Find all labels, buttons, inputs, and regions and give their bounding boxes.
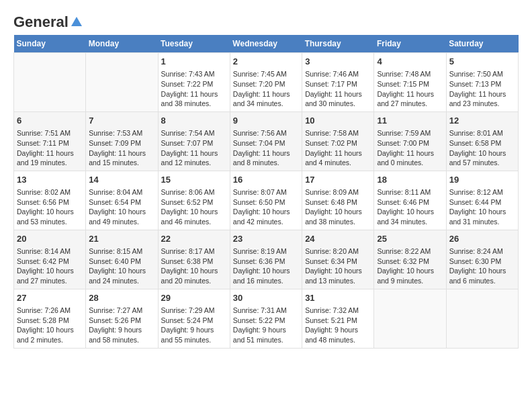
day-info: Sunrise: 8:07 AM Sunset: 6:50 PM Dayligh… <box>233 187 299 227</box>
day-number: 24 <box>305 233 371 245</box>
day-number: 10 <box>305 115 371 127</box>
calendar-cell: 26Sunrise: 8:24 AM Sunset: 6:30 PM Dayli… <box>446 230 518 289</box>
calendar-cell: 3Sunrise: 7:46 AM Sunset: 7:17 PM Daylig… <box>302 53 374 112</box>
calendar-cell: 28Sunrise: 7:27 AM Sunset: 5:26 PM Dayli… <box>86 289 158 348</box>
day-info: Sunrise: 7:58 AM Sunset: 7:02 PM Dayligh… <box>305 128 371 168</box>
day-info: Sunrise: 7:46 AM Sunset: 7:17 PM Dayligh… <box>305 69 371 109</box>
day-info: Sunrise: 7:32 AM Sunset: 5:21 PM Dayligh… <box>305 306 371 345</box>
logo-general: General <box>13 13 69 31</box>
day-number: 17 <box>305 174 371 186</box>
day-info: Sunrise: 7:26 AM Sunset: 5:28 PM Dayligh… <box>17 306 83 345</box>
logo: General <box>13 13 83 28</box>
calendar-cell: 24Sunrise: 8:20 AM Sunset: 6:34 PM Dayli… <box>302 230 374 289</box>
day-info: Sunrise: 7:50 AM Sunset: 7:13 PM Dayligh… <box>449 69 515 109</box>
day-number: 7 <box>89 115 154 127</box>
day-number: 3 <box>305 56 371 68</box>
calendar-body: 1Sunrise: 7:43 AM Sunset: 7:22 PM Daylig… <box>14 53 519 349</box>
day-info: Sunrise: 7:31 AM Sunset: 5:22 PM Dayligh… <box>233 306 299 345</box>
day-number: 5 <box>449 56 515 68</box>
day-info: Sunrise: 8:15 AM Sunset: 6:40 PM Dayligh… <box>89 246 154 286</box>
day-info: Sunrise: 7:27 AM Sunset: 5:26 PM Dayligh… <box>89 306 154 345</box>
day-number: 11 <box>377 115 443 127</box>
day-number: 27 <box>17 292 83 304</box>
calendar-cell: 8Sunrise: 7:54 AM Sunset: 7:07 PM Daylig… <box>158 111 230 171</box>
day-number: 25 <box>377 233 443 245</box>
calendar-cell: 12Sunrise: 8:01 AM Sunset: 6:58 PM Dayli… <box>446 111 518 171</box>
day-number: 29 <box>161 292 227 304</box>
calendar-cell <box>446 289 518 348</box>
calendar-cell: 2Sunrise: 7:45 AM Sunset: 7:20 PM Daylig… <box>230 53 302 112</box>
calendar-cell: 16Sunrise: 8:07 AM Sunset: 6:50 PM Dayli… <box>230 171 302 230</box>
day-number: 18 <box>377 174 443 186</box>
page-header: General <box>13 13 519 28</box>
calendar-cell: 29Sunrise: 7:29 AM Sunset: 5:24 PM Dayli… <box>158 289 230 348</box>
weekday-header-row: SundayMondayTuesdayWednesdayThursdayFrid… <box>14 35 519 53</box>
day-info: Sunrise: 7:53 AM Sunset: 7:09 PM Dayligh… <box>89 128 154 168</box>
calendar-week-4: 20Sunrise: 8:14 AM Sunset: 6:42 PM Dayli… <box>14 230 519 289</box>
day-number: 26 <box>449 233 515 245</box>
calendar-cell: 9Sunrise: 7:56 AM Sunset: 7:04 PM Daylig… <box>230 111 302 171</box>
weekday-saturday: Saturday <box>446 35 518 53</box>
calendar-cell: 10Sunrise: 7:58 AM Sunset: 7:02 PM Dayli… <box>302 111 374 171</box>
svg-marker-0 <box>71 17 82 26</box>
calendar-cell: 6Sunrise: 7:51 AM Sunset: 7:11 PM Daylig… <box>14 111 86 171</box>
calendar-cell: 20Sunrise: 8:14 AM Sunset: 6:42 PM Dayli… <box>14 230 86 289</box>
day-number: 12 <box>449 115 515 127</box>
day-number: 15 <box>161 174 227 186</box>
day-info: Sunrise: 8:06 AM Sunset: 6:52 PM Dayligh… <box>161 187 227 227</box>
calendar-cell: 27Sunrise: 7:26 AM Sunset: 5:28 PM Dayli… <box>14 289 86 348</box>
calendar-cell: 4Sunrise: 7:48 AM Sunset: 7:15 PM Daylig… <box>374 53 446 112</box>
calendar-cell: 15Sunrise: 8:06 AM Sunset: 6:52 PM Dayli… <box>158 171 230 230</box>
weekday-sunday: Sunday <box>14 35 86 53</box>
calendar-cell: 30Sunrise: 7:31 AM Sunset: 5:22 PM Dayli… <box>230 289 302 348</box>
day-info: Sunrise: 8:02 AM Sunset: 6:56 PM Dayligh… <box>17 187 83 227</box>
day-info: Sunrise: 7:45 AM Sunset: 7:20 PM Dayligh… <box>233 69 299 109</box>
day-info: Sunrise: 8:24 AM Sunset: 6:30 PM Dayligh… <box>449 246 515 286</box>
day-number: 4 <box>377 56 443 68</box>
calendar-cell: 7Sunrise: 7:53 AM Sunset: 7:09 PM Daylig… <box>86 111 158 171</box>
day-info: Sunrise: 8:19 AM Sunset: 6:36 PM Dayligh… <box>233 246 299 286</box>
calendar-cell: 14Sunrise: 8:04 AM Sunset: 6:54 PM Dayli… <box>86 171 158 230</box>
day-info: Sunrise: 7:48 AM Sunset: 7:15 PM Dayligh… <box>377 69 443 109</box>
logo-triangle-icon <box>70 15 83 29</box>
calendar-cell: 21Sunrise: 8:15 AM Sunset: 6:40 PM Dayli… <box>86 230 158 289</box>
day-number: 31 <box>305 292 371 304</box>
day-number: 16 <box>233 174 299 186</box>
calendar-cell: 5Sunrise: 7:50 AM Sunset: 7:13 PM Daylig… <box>446 53 518 112</box>
day-number: 2 <box>233 56 299 68</box>
weekday-tuesday: Tuesday <box>158 35 230 53</box>
day-info: Sunrise: 8:14 AM Sunset: 6:42 PM Dayligh… <box>17 246 83 286</box>
day-number: 21 <box>89 233 154 245</box>
day-info: Sunrise: 7:54 AM Sunset: 7:07 PM Dayligh… <box>161 128 227 168</box>
calendar-week-1: 1Sunrise: 7:43 AM Sunset: 7:22 PM Daylig… <box>14 53 519 112</box>
day-info: Sunrise: 7:51 AM Sunset: 7:11 PM Dayligh… <box>17 128 83 168</box>
day-info: Sunrise: 8:20 AM Sunset: 6:34 PM Dayligh… <box>305 246 371 286</box>
calendar-cell: 11Sunrise: 7:59 AM Sunset: 7:00 PM Dayli… <box>374 111 446 171</box>
day-info: Sunrise: 8:22 AM Sunset: 6:32 PM Dayligh… <box>377 246 443 286</box>
day-number: 20 <box>17 233 83 245</box>
day-number: 19 <box>449 174 515 186</box>
weekday-monday: Monday <box>86 35 158 53</box>
day-number: 8 <box>161 115 227 127</box>
day-number: 22 <box>161 233 227 245</box>
day-number: 28 <box>89 292 154 304</box>
calendar-cell: 13Sunrise: 8:02 AM Sunset: 6:56 PM Dayli… <box>14 171 86 230</box>
day-info: Sunrise: 8:01 AM Sunset: 6:58 PM Dayligh… <box>449 128 515 168</box>
weekday-wednesday: Wednesday <box>230 35 302 53</box>
calendar-cell: 22Sunrise: 8:17 AM Sunset: 6:38 PM Dayli… <box>158 230 230 289</box>
calendar-cell: 17Sunrise: 8:09 AM Sunset: 6:48 PM Dayli… <box>302 171 374 230</box>
calendar-cell: 31Sunrise: 7:32 AM Sunset: 5:21 PM Dayli… <box>302 289 374 348</box>
day-number: 1 <box>161 56 227 68</box>
calendar-week-5: 27Sunrise: 7:26 AM Sunset: 5:28 PM Dayli… <box>14 289 519 348</box>
day-info: Sunrise: 7:56 AM Sunset: 7:04 PM Dayligh… <box>233 128 299 168</box>
calendar-cell: 19Sunrise: 8:12 AM Sunset: 6:44 PM Dayli… <box>446 171 518 230</box>
calendar-cell: 25Sunrise: 8:22 AM Sunset: 6:32 PM Dayli… <box>374 230 446 289</box>
calendar-week-3: 13Sunrise: 8:02 AM Sunset: 6:56 PM Dayli… <box>14 171 519 230</box>
day-info: Sunrise: 8:17 AM Sunset: 6:38 PM Dayligh… <box>161 246 227 286</box>
day-info: Sunrise: 8:04 AM Sunset: 6:54 PM Dayligh… <box>89 187 154 227</box>
day-number: 14 <box>89 174 154 186</box>
calendar-week-2: 6Sunrise: 7:51 AM Sunset: 7:11 PM Daylig… <box>14 111 519 171</box>
day-number: 30 <box>233 292 299 304</box>
day-info: Sunrise: 7:59 AM Sunset: 7:00 PM Dayligh… <box>377 128 443 168</box>
calendar-cell: 18Sunrise: 8:11 AM Sunset: 6:46 PM Dayli… <box>374 171 446 230</box>
